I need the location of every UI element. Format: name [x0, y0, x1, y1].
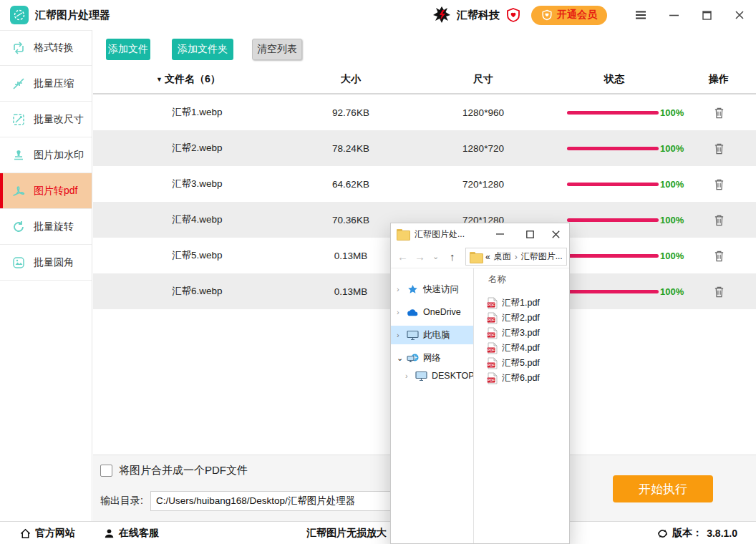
- chevron-down-icon[interactable]: ⌄: [397, 354, 404, 363]
- chevron-right-icon[interactable]: ›: [397, 331, 404, 339]
- pdf-file-icon: PDF: [487, 372, 498, 384]
- progress-cell: 100%: [567, 166, 684, 202]
- chevron-right-icon[interactable]: ›: [405, 371, 412, 380]
- nav-item-this-pc[interactable]: › 此电脑: [391, 326, 474, 344]
- delete-row-button[interactable]: [707, 273, 730, 309]
- nav-item-network[interactable]: ⌄ 网络: [391, 349, 474, 367]
- file-list-item[interactable]: PDF 汇帮6.pdf: [487, 371, 540, 386]
- progress-bar: [567, 254, 659, 258]
- file-size: 92.76KB: [286, 94, 415, 130]
- explorer-maximize-button[interactable]: [518, 223, 542, 245]
- sidebar-item-label: 图片加水印: [34, 149, 84, 162]
- sidebar-item-format-convert[interactable]: 格式转换: [0, 30, 92, 66]
- delete-row-button[interactable]: [707, 166, 730, 202]
- breadcrumb-desktop[interactable]: 桌面: [494, 251, 511, 263]
- clear-list-button[interactable]: 清空列表: [252, 39, 302, 60]
- quick-access-star-icon: [407, 284, 419, 295]
- pdf-file-icon: PDF: [487, 312, 498, 324]
- sidebar-item-batch-resize[interactable]: 批量改尺寸: [0, 102, 92, 137]
- breadcrumb-overflow-chevron[interactable]: «: [485, 252, 490, 262]
- breadcrumb-current-folder[interactable]: 汇帮图片...: [521, 251, 563, 263]
- file-list-item[interactable]: PDF 汇帮4.pdf: [487, 341, 540, 356]
- pdf-file-icon: PDF: [487, 342, 498, 354]
- svg-text:PDF: PDF: [488, 318, 495, 322]
- delete-row-button[interactable]: [707, 130, 730, 166]
- delete-row-button[interactable]: [707, 94, 730, 130]
- version-info: 版本：3.8.1.0: [657, 522, 737, 544]
- file-list-item[interactable]: PDF 汇帮3.pdf: [487, 326, 540, 341]
- progress-cell: 100%: [567, 273, 684, 309]
- back-icon[interactable]: ←: [397, 245, 408, 268]
- file-dimension: 720*1280: [419, 166, 548, 202]
- version-label: 版本：: [672, 527, 702, 540]
- batch-resize-icon: [11, 112, 26, 127]
- footer-promo-text[interactable]: 汇帮图片无损放大: [306, 522, 387, 544]
- column-header-status[interactable]: 状态: [550, 64, 679, 94]
- progress-bar: [567, 290, 659, 293]
- delete-row-button[interactable]: [707, 238, 730, 273]
- recent-dropdown-icon[interactable]: ⌄: [432, 245, 439, 268]
- open-vip-button[interactable]: 开通会员: [531, 6, 607, 25]
- svg-text:PDF: PDF: [488, 333, 495, 337]
- sidebar-item-batch-compress[interactable]: 批量压缩: [0, 66, 92, 102]
- sidebar-item-round-corner[interactable]: 批量圆角: [0, 245, 92, 281]
- batch-rotate-icon: [11, 220, 26, 234]
- chevron-right-icon[interactable]: ›: [397, 285, 404, 293]
- explorer-close-button[interactable]: [543, 223, 568, 245]
- forward-icon[interactable]: →: [415, 245, 425, 268]
- online-service-link[interactable]: 在线客服: [104, 522, 159, 544]
- app-logo-icon: [10, 6, 29, 24]
- sort-desc-icon: ▼: [156, 76, 163, 83]
- person-icon: [104, 528, 115, 539]
- maximize-button[interactable]: [690, 0, 723, 30]
- sidebar-item-label: 批量压缩: [34, 77, 74, 90]
- file-list-item[interactable]: PDF 汇帮5.pdf: [487, 356, 540, 371]
- delete-row-button[interactable]: [707, 202, 730, 238]
- nav-item-desktop-pc[interactable]: › DESKTOP-7: [391, 366, 474, 385]
- explorer-body: › 快速访问 › OneDrive › 此电脑 ⌄ 网络: [391, 268, 569, 543]
- chevron-right-icon[interactable]: ›: [397, 308, 404, 316]
- explorer-nav-pane: › 快速访问 › OneDrive › 此电脑 ⌄ 网络: [391, 268, 474, 543]
- address-bar[interactable]: « 桌面 › 汇帮图片...: [465, 248, 567, 266]
- column-header-action[interactable]: 操作: [683, 64, 755, 94]
- file-list-header-name[interactable]: 名称: [488, 273, 506, 286]
- sidebar-item-batch-rotate[interactable]: 批量旋转: [0, 209, 92, 245]
- sidebar-item-watermark[interactable]: 图片加水印: [0, 137, 92, 173]
- minimize-button[interactable]: [657, 0, 690, 30]
- table-row: 汇帮2.webp 78.24KB 1280*720 100%: [93, 130, 756, 166]
- add-folder-button[interactable]: 添加文件夹: [172, 39, 233, 60]
- add-file-button[interactable]: 添加文件: [106, 39, 150, 60]
- merge-pdf-checkbox[interactable]: [100, 465, 112, 477]
- column-header-filename[interactable]: ▼ 文件名（6）: [156, 64, 220, 94]
- explorer-title-bar: 汇帮图片处...: [391, 223, 569, 245]
- close-button[interactable]: [723, 0, 756, 30]
- sidebar-item-label: 批量圆角: [34, 256, 74, 269]
- progress-percent: 100%: [660, 107, 684, 118]
- progress-percent: 100%: [660, 215, 684, 225]
- sidebar-item-image-to-pdf[interactable]: 图片转pdf: [0, 173, 92, 209]
- file-dimension: 1280*960: [419, 94, 548, 130]
- column-header-dimension[interactable]: 尺寸: [419, 64, 548, 94]
- progress-percent: 100%: [660, 143, 684, 154]
- file-list-item[interactable]: PDF 汇帮1.pdf: [487, 296, 540, 311]
- file-dimension: 1280*720: [419, 130, 548, 166]
- explorer-minimize-button[interactable]: [488, 223, 512, 245]
- format-convert-icon: [11, 41, 26, 55]
- pdf-file-icon: PDF: [487, 357, 498, 369]
- explorer-toolbar: ← → ⌄ ↑ « 桌面 › 汇帮图片...: [391, 245, 569, 268]
- nav-item-quick-access[interactable]: › 快速访问: [391, 280, 474, 298]
- nav-item-onedrive[interactable]: › OneDrive: [391, 303, 474, 321]
- footer-bar: 官方网站 在线客服 汇帮图片无损放大 版本：3.8.1.0: [0, 521, 756, 544]
- column-header-size[interactable]: 大小: [286, 64, 415, 94]
- file-list-item[interactable]: PDF 汇帮2.pdf: [487, 311, 540, 326]
- update-icon[interactable]: [657, 528, 668, 539]
- progress-bar: [567, 147, 659, 150]
- brand-name: 汇帮科技: [457, 9, 500, 22]
- svg-text:PDF: PDF: [488, 378, 495, 382]
- official-site-link[interactable]: 官方网站: [20, 522, 75, 544]
- up-icon[interactable]: ↑: [450, 245, 455, 268]
- folder-icon: [397, 229, 409, 239]
- menu-button[interactable]: [624, 0, 657, 30]
- batch-compress-icon: [11, 77, 26, 91]
- start-button[interactable]: 开始执行: [613, 475, 713, 502]
